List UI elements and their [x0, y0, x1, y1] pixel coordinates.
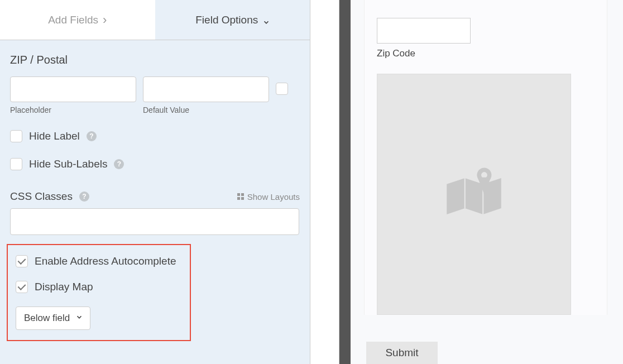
hide-sublabels-text: Hide Sub-Labels	[29, 158, 107, 170]
show-layouts-button[interactable]: Show Layouts	[237, 192, 300, 202]
help-icon[interactable]: ?	[87, 131, 97, 141]
chevron-down-icon	[262, 17, 269, 23]
sidebar-tabs: Add Fields Field Options	[0, 0, 310, 40]
help-icon[interactable]: ?	[114, 159, 124, 169]
hide-label-checkbox[interactable]	[10, 130, 22, 142]
chevron-right-icon	[103, 13, 107, 27]
display-map-checkbox[interactable]	[16, 281, 28, 293]
enable-autocomplete-checkbox[interactable]	[16, 255, 28, 267]
zip-code-label: Zip Code	[377, 48, 595, 59]
grid-icon	[237, 193, 244, 200]
enable-autocomplete-row: Enable Address Autocomplete	[16, 255, 183, 267]
default-value-label: Default Value	[143, 106, 269, 114]
svg-point-1	[481, 172, 487, 178]
hide-label-row: Hide Label ?	[10, 130, 300, 142]
display-map-label: Display Map	[35, 281, 93, 293]
css-classes-input[interactable]	[10, 208, 299, 235]
map-pin-icon	[438, 157, 510, 232]
divider-dark	[339, 0, 351, 364]
hide-label-text: Hide Label	[29, 130, 80, 142]
default-value-group: Default Value	[143, 76, 269, 114]
chevron-down-icon	[75, 313, 82, 324]
zip-toggle-checkbox[interactable]	[276, 83, 288, 95]
submit-button[interactable]: Submit	[366, 342, 438, 364]
zip-code-input[interactable]	[377, 18, 471, 44]
autocomplete-highlight: Enable Address Autocomplete Display Map …	[7, 244, 191, 341]
default-value-input[interactable]	[143, 76, 269, 102]
css-classes-row: CSS Classes ? Show Layouts	[10, 190, 300, 203]
tab-field-options[interactable]: Field Options	[155, 0, 310, 40]
placeholder-group: Placeholder	[10, 76, 136, 114]
zip-postal-inputs: Placeholder Default Value	[10, 76, 300, 114]
tab-add-fields[interactable]: Add Fields	[0, 0, 155, 40]
hide-sublabels-row: Hide Sub-Labels ?	[10, 158, 300, 170]
map-position-select[interactable]: Below field	[16, 306, 90, 330]
css-classes-left: CSS Classes ?	[10, 190, 89, 203]
field-options-sidebar: Add Fields Field Options ZIP / Postal Pl…	[0, 0, 310, 364]
divider-light	[310, 0, 339, 364]
show-layouts-label: Show Layouts	[247, 192, 300, 202]
field-options-panel: ZIP / Postal Placeholder Default Value H…	[0, 40, 310, 351]
map-position-value: Below field	[24, 313, 70, 324]
map-placeholder	[377, 74, 571, 315]
hide-sublabels-checkbox[interactable]	[10, 158, 22, 170]
placeholder-input[interactable]	[10, 76, 136, 102]
display-map-row: Display Map	[16, 281, 183, 293]
tab-field-options-label: Field Options	[195, 14, 258, 26]
form-preview: Zip Code Submit	[351, 0, 623, 364]
css-classes-label: CSS Classes	[10, 190, 73, 203]
enable-autocomplete-label: Enable Address Autocomplete	[35, 255, 176, 267]
tab-add-fields-label: Add Fields	[48, 14, 98, 26]
help-icon[interactable]: ?	[79, 191, 89, 202]
zip-postal-title: ZIP / Postal	[10, 54, 300, 66]
preview-inner: Zip Code	[364, 0, 607, 315]
submit-button-label: Submit	[385, 347, 418, 358]
placeholder-label: Placeholder	[10, 106, 136, 114]
zip-code-field: Zip Code	[377, 18, 595, 59]
